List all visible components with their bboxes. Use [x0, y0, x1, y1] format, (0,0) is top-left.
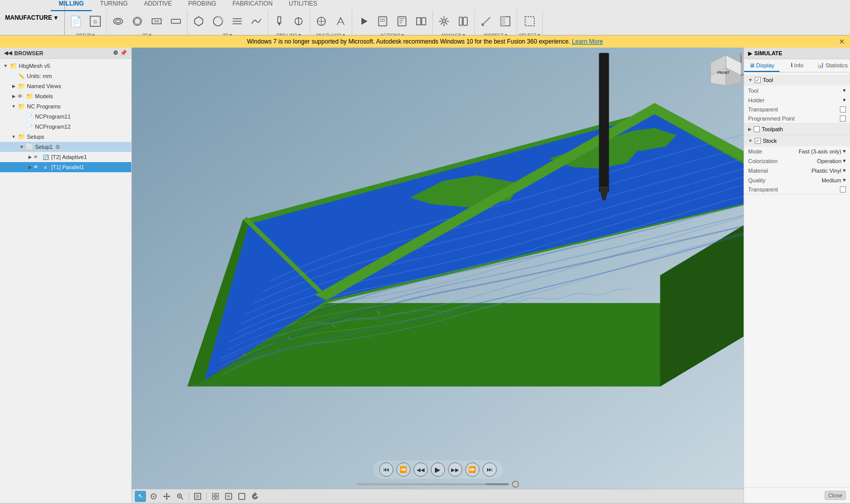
refresh-button[interactable]: [249, 491, 261, 502]
tab-display[interactable]: 🖥 Display: [744, 59, 780, 72]
tool-dropdown[interactable]: ▾: [841, 87, 846, 94]
stock-transparent-checkbox[interactable]: [840, 186, 846, 192]
tab-info[interactable]: ℹ Info: [780, 59, 815, 72]
colorization-dropdown[interactable]: Operation ▾: [817, 158, 846, 164]
svg-rect-71: [196, 495, 199, 498]
tree-setups[interactable]: 📁 Setups: [0, 132, 131, 142]
setups-arrow[interactable]: [10, 134, 17, 139]
tab-milling[interactable]: MILLING: [51, 0, 92, 11]
step-fwd-button[interactable]: ▶▶: [448, 462, 462, 477]
2d-adaptive-icon[interactable]: [128, 11, 146, 31]
tree-named-views[interactable]: 📁 Named Views: [0, 81, 131, 91]
3d-pocket-icon[interactable]: [209, 11, 227, 31]
rewind-start-button[interactable]: ⏮: [379, 462, 393, 477]
setup1-arrow[interactable]: [18, 144, 25, 149]
parallel1-eye-icon[interactable]: 👁: [33, 164, 41, 171]
zoom-tool-button[interactable]: [174, 491, 186, 502]
simulate-close-button[interactable]: Close: [825, 491, 846, 500]
fit-view-button[interactable]: [192, 491, 203, 502]
nc-programs-arrow[interactable]: [10, 104, 17, 109]
browser-settings-icon[interactable]: ⚙: [113, 50, 118, 56]
tool-section-header[interactable]: ▼ Tool: [744, 74, 850, 86]
boring-icon[interactable]: [289, 11, 308, 31]
mode-dropdown[interactable]: Fast (3-axis only) ▾: [799, 148, 846, 154]
tree-root[interactable]: 📁 HbgMesh v5: [0, 61, 131, 71]
pan-tool-button[interactable]: [161, 491, 172, 502]
multiaxis-icon[interactable]: [312, 11, 330, 31]
root-arrow[interactable]: [2, 63, 9, 68]
parallel1-arrow[interactable]: [26, 165, 33, 170]
setup-icon[interactable]: 📄: [67, 11, 85, 31]
adaptive1-eye-icon[interactable]: 👁: [33, 153, 41, 161]
drilling-icon[interactable]: [270, 11, 288, 31]
select-tool-icon[interactable]: [521, 11, 539, 31]
tab-probing[interactable]: PROBING: [180, 0, 224, 11]
setup1-gear-icon[interactable]: ⚙: [54, 143, 61, 150]
wcs-icon[interactable]: G: [86, 11, 104, 31]
learn-more-link[interactable]: Learn More: [572, 38, 603, 45]
measure-icon[interactable]: [477, 11, 495, 31]
compare-icon[interactable]: [412, 11, 430, 31]
tree-models[interactable]: 👁 📁 Models: [0, 91, 131, 101]
tree-parallel1[interactable]: 👁 ≡ [T1] Parallel1: [0, 162, 131, 172]
3d-adaptive-icon[interactable]: [190, 11, 208, 31]
tree-adaptive1[interactable]: 👁 🔄 [T2] Adaptive1: [0, 152, 131, 162]
browser-tree: 📁 HbgMesh v5 📏 Units: mm 📁 Named Views: [0, 59, 131, 503]
holder-dropdown[interactable]: ▾: [841, 97, 846, 103]
mode-value: Fast (3-axis only): [799, 148, 841, 154]
tab-additive[interactable]: ADDITIVE: [136, 0, 180, 11]
quality-dropdown[interactable]: Medium ▾: [822, 177, 846, 183]
actions-simulate-icon[interactable]: [354, 11, 373, 31]
setup-sheet-icon[interactable]: [393, 11, 411, 31]
tab-fabrication[interactable]: FABRICATION: [225, 0, 281, 11]
tab-statistics[interactable]: 📊 Statistics: [815, 59, 850, 72]
swarf-icon[interactable]: [331, 11, 350, 31]
cursor-tool-button[interactable]: ↖: [135, 491, 146, 502]
library-icon[interactable]: [454, 11, 472, 31]
tab-turning[interactable]: TURNING: [92, 0, 136, 11]
models-arrow[interactable]: [10, 94, 17, 99]
2d-pocket-icon[interactable]: [147, 11, 166, 31]
transparent-checkbox[interactable]: [840, 106, 846, 112]
models-eye-icon[interactable]: 👁: [17, 93, 24, 100]
orbit-tool-button[interactable]: [148, 491, 159, 502]
display-mode-button[interactable]: [223, 491, 234, 502]
tool-checkbox[interactable]: [755, 77, 761, 83]
post-process-icon[interactable]: [374, 11, 392, 31]
toolpath-section: ▶ Toolpath: [744, 124, 850, 135]
step-back-fast-button[interactable]: ⏪: [396, 462, 411, 477]
adaptive1-arrow[interactable]: [26, 154, 33, 160]
3d-parallel-icon[interactable]: [228, 11, 246, 31]
programmed-point-checkbox[interactable]: [840, 115, 846, 122]
tree-nc-program1[interactable]: 📄 NCProgram11: [0, 111, 131, 122]
viewport[interactable]: FRONT Z X ⏮ ⏪ ◀◀ ▶ ▶▶ ⏩ ⏭: [132, 48, 744, 503]
browser-collapse-icon[interactable]: ◀◀: [4, 50, 12, 56]
2d-contour-icon[interactable]: [109, 11, 127, 31]
stock-checkbox[interactable]: [755, 138, 761, 144]
tree-nc-program2[interactable]: 📄 NCProgram12: [0, 122, 131, 132]
named-views-arrow[interactable]: [10, 84, 17, 89]
step-fwd-fast-button[interactable]: ⏩: [465, 462, 479, 477]
tree-nc-programs[interactable]: 📁 NC Programs: [0, 101, 131, 111]
tree-setup1[interactable]: ⬜ Setup1 ⚙: [0, 142, 131, 152]
browser-pin-icon[interactable]: 📌: [120, 50, 127, 56]
forward-end-button[interactable]: ⏭: [483, 462, 497, 477]
playback-track[interactable]: [357, 483, 509, 485]
toolpath-section-header[interactable]: ▶ Toolpath: [744, 124, 850, 135]
toolpath-checkbox[interactable]: [754, 126, 760, 132]
3d-viewport[interactable]: FRONT Z X ⏮ ⏪ ◀◀ ▶ ▶▶ ⏩ ⏭: [132, 48, 744, 503]
tools-manage-icon[interactable]: [435, 11, 453, 31]
stock-section-header[interactable]: ▼ Stock: [744, 135, 850, 146]
playback-thumb[interactable]: [512, 481, 519, 488]
2d-face-icon[interactable]: [167, 11, 185, 31]
section-analysis-icon[interactable]: [496, 11, 514, 31]
tab-utilities[interactable]: UTILITIES: [281, 0, 325, 11]
step-back-button[interactable]: ◀◀: [414, 462, 428, 477]
notification-close-button[interactable]: ✕: [839, 37, 845, 46]
view-cube[interactable]: FRONT Z X: [708, 53, 738, 83]
grid-button[interactable]: [210, 491, 221, 502]
3d-scallop-icon[interactable]: [247, 11, 266, 31]
play-button[interactable]: ▶: [431, 462, 445, 477]
material-dropdown[interactable]: Plastic Vinyl ▾: [811, 167, 846, 174]
render-mode-button[interactable]: [236, 491, 247, 502]
